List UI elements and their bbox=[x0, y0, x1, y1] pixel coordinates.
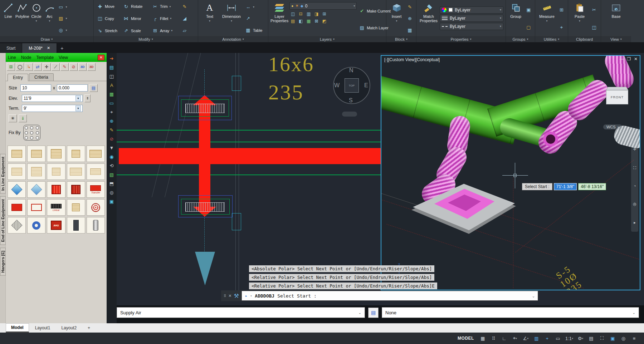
layer-tool-icon[interactable]: ◩ bbox=[321, 18, 328, 24]
palette-item[interactable]: Linear bbox=[47, 199, 65, 216]
insert-button[interactable]: Insert ▾ bbox=[389, 1, 405, 36]
lineweight-dropdown[interactable]: ByLayer▾ bbox=[440, 15, 503, 22]
tab-model[interactable]: Model bbox=[6, 323, 29, 333]
palette-item[interactable] bbox=[87, 146, 105, 162]
side-tool-icon[interactable]: ▣ bbox=[108, 198, 116, 205]
grid-icon[interactable]: ▦ bbox=[478, 334, 488, 343]
pencil-tool-icon[interactable]: ✎ bbox=[60, 63, 69, 71]
palette-item[interactable] bbox=[47, 146, 65, 162]
paste-button[interactable]: Paste ▾ bbox=[570, 1, 589, 36]
palette-item[interactable] bbox=[8, 181, 26, 198]
side-tool-icon[interactable]: ⊕ bbox=[108, 117, 116, 125]
side-tab-hangers[interactable]: Hangers [E] bbox=[0, 248, 6, 276]
units-icon[interactable]: ◎ bbox=[619, 334, 628, 343]
palette-item[interactable] bbox=[27, 146, 45, 162]
panel-label-view[interactable]: View▾ bbox=[601, 36, 631, 42]
palette-item[interactable] bbox=[47, 181, 65, 198]
panel-label-utilities[interactable]: Utilities▾ bbox=[535, 36, 568, 42]
panel-label-clipboard[interactable]: Clipboard bbox=[568, 36, 601, 42]
ungroup-button[interactable]: ▣ bbox=[525, 7, 533, 13]
panel-label-block[interactable]: Block▾ bbox=[386, 36, 416, 42]
compass-top-face[interactable]: TOP bbox=[345, 78, 359, 93]
quick-calc-button[interactable]: ⊞ bbox=[557, 7, 566, 13]
annotation-scale-control[interactable]: 1:1▾ bbox=[564, 334, 575, 343]
side-tool-icon[interactable]: ◉ bbox=[108, 153, 116, 161]
new-layout-button[interactable]: + bbox=[83, 324, 95, 332]
arc-button[interactable]: Arc ▾ bbox=[44, 1, 56, 36]
layer-tool-icon[interactable]: ▥ bbox=[305, 11, 312, 17]
orbit-icon[interactable]: ◔ bbox=[634, 184, 636, 188]
viewcube-front[interactable]: FRONT bbox=[606, 90, 628, 104]
layer-dropdown[interactable]: ● ☀ ◆ 0 ▾ bbox=[289, 2, 357, 10]
palette-item[interactable]: AHU bbox=[47, 217, 65, 234]
scale-button[interactable]: ⇗Scale bbox=[122, 28, 150, 34]
circle-button[interactable]: Circle ▾ bbox=[30, 1, 43, 36]
table-button[interactable]: ▦Table bbox=[244, 27, 263, 34]
side-tool-icon[interactable]: A bbox=[108, 82, 116, 89]
close-icon[interactable]: ✕ bbox=[634, 56, 638, 62]
side-tool-icon[interactable]: ⌖ bbox=[108, 108, 116, 116]
rectangle-tool-button[interactable]: ▭▾ bbox=[57, 4, 68, 10]
line-button[interactable]: Line bbox=[2, 1, 14, 36]
drawing-canvas[interactable]: 16x6 235 N S W E TOP bbox=[117, 53, 644, 305]
layer-tool-icon[interactable]: ◧ bbox=[297, 18, 304, 24]
palette-item[interactable]: Transfer bbox=[87, 181, 105, 198]
compass-west[interactable]: W bbox=[334, 82, 340, 89]
wcs-control[interactable]: WCS▾ bbox=[603, 124, 622, 129]
drop-tool-icon[interactable]: ⇓ bbox=[19, 114, 27, 122]
side-tool-icon[interactable]: ▦ bbox=[108, 90, 116, 98]
palette-item[interactable] bbox=[8, 199, 26, 216]
ortho-icon[interactable]: ∟ bbox=[499, 334, 509, 343]
palette-item[interactable] bbox=[67, 163, 85, 180]
viewcube-top[interactable] bbox=[606, 87, 628, 90]
rotate-button[interactable]: ↻Rotate bbox=[122, 3, 150, 10]
close-icon[interactable]: ✕ bbox=[47, 46, 50, 50]
slope-tool-icon[interactable]: ⟋ bbox=[52, 63, 60, 71]
palette-item[interactable] bbox=[67, 217, 85, 234]
linetype-dropdown[interactable]: ByLayer▾ bbox=[440, 23, 503, 30]
palette-close-button[interactable]: ✕ bbox=[98, 55, 104, 60]
close-icon[interactable]: ✕ bbox=[228, 294, 231, 298]
selected-duct-horizontal[interactable] bbox=[119, 148, 382, 164]
side-tool-icon[interactable]: ⬒ bbox=[108, 180, 116, 187]
layer-tool-icon[interactable]: ⊠ bbox=[313, 18, 320, 24]
threeD-section-icon[interactable]: 3D bbox=[87, 63, 96, 71]
layer-tool-icon[interactable]: ◨ bbox=[313, 11, 320, 17]
dim-style-button[interactable]: ↔▾ bbox=[244, 4, 263, 10]
palette-item[interactable] bbox=[8, 163, 26, 180]
selection-cycling-icon[interactable]: ▭ bbox=[553, 334, 563, 343]
restore-icon[interactable]: ❐ bbox=[627, 56, 631, 62]
move-button[interactable]: ✚Move bbox=[96, 3, 121, 10]
side-tab-end-of-line-equipment[interactable]: End of Line Equipment bbox=[0, 196, 6, 245]
pan-icon[interactable]: ✛ bbox=[633, 147, 636, 152]
side-tool-icon[interactable]: ⊘ bbox=[108, 135, 116, 143]
side-tool-icon[interactable]: ▤ bbox=[108, 64, 116, 71]
menu-template[interactable]: Template bbox=[36, 55, 54, 60]
palette-item[interactable] bbox=[8, 146, 26, 162]
view-compass[interactable]: N S W E TOP bbox=[331, 64, 373, 107]
command-expand-icon[interactable]: ⌄ bbox=[532, 294, 535, 298]
viewcube[interactable]: FRONT bbox=[606, 84, 628, 104]
side-tool-icon[interactable]: ◍ bbox=[108, 189, 116, 196]
steering-wheel-icon[interactable]: ◎ bbox=[633, 202, 636, 206]
side-tool-icon[interactable]: ⟲ bbox=[108, 162, 116, 169]
layer-properties-button[interactable]: Layer Properties bbox=[270, 1, 288, 36]
copy-clip-button[interactable]: ◫ bbox=[590, 24, 598, 31]
compass-south[interactable]: S bbox=[349, 97, 353, 104]
compass-east[interactable]: E bbox=[364, 82, 368, 89]
palette-item[interactable] bbox=[87, 199, 105, 216]
palette-item[interactable] bbox=[87, 163, 105, 180]
palette-item[interactable] bbox=[27, 199, 45, 216]
side-tool-icon[interactable]: ➜ bbox=[108, 55, 116, 62]
side-tab-inline-equipment[interactable]: In Line Equipment bbox=[0, 154, 6, 193]
tab-start[interactable]: Start bbox=[0, 43, 22, 53]
size-catalog-icon[interactable]: ▤ bbox=[89, 84, 98, 92]
grid-tool-icon[interactable]: ⊞ bbox=[7, 63, 15, 71]
tab-entry[interactable]: Entry bbox=[8, 74, 28, 81]
panel-label-annotation[interactable]: Annotation▾ bbox=[198, 36, 268, 42]
nav-pill[interactable] bbox=[342, 112, 357, 117]
offset-button[interactable]: ▱ bbox=[181, 28, 189, 34]
layer-tool-icon[interactable]: ⊟ bbox=[297, 11, 304, 17]
object-isolate-icon[interactable]: ▤ bbox=[586, 334, 596, 343]
navigation-bar[interactable]: ✛ ⛶ ◔ ◎ ▸ bbox=[631, 140, 638, 232]
